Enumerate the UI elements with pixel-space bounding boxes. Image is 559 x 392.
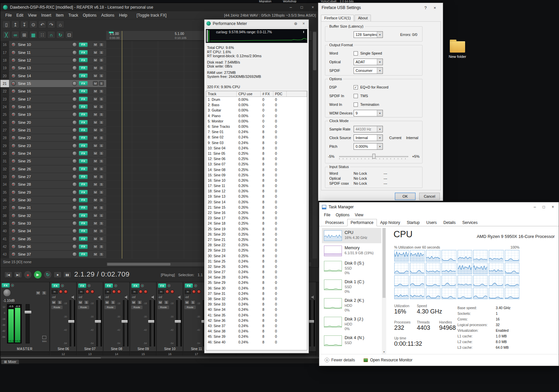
record-arm-button[interactable] [11,58,16,63]
redo-icon[interactable]: ↷ [47,21,55,28]
track-row[interactable]: 39Sine 33FXMS [0,220,106,227]
perf-table-row[interactable]: 12: Sine 060.25%80 [206,156,307,161]
perf-col-header[interactable]: PDC [273,91,287,97]
mute-button[interactable]: M [93,237,98,241]
record-arm-button[interactable] [11,174,16,179]
track-row[interactable]: 35Sine 29FXMS [0,189,106,196]
mixer-strip[interactable]: FXin-infMSRoute-18-30-42-54Sine 0915 [130,282,156,356]
power-icon[interactable] [141,284,144,287]
menu-view[interactable]: View [26,13,39,18]
record-arm-button[interactable] [11,198,16,202]
pan-knob[interactable] [72,190,77,195]
perf-table-row[interactable]: 14: Sine 080.25%80 [206,167,307,172]
track-row[interactable]: 23Sine 17FXMS [0,95,106,103]
mute-button[interactable]: M [93,213,98,218]
pan-knob[interactable] [72,221,77,226]
mute-button[interactable]: M [93,43,98,47]
track-fx-button[interactable]: FX [79,112,88,117]
volume-fader[interactable] [176,300,178,346]
fader-handle[interactable] [24,310,32,314]
strip-fx-button[interactable]: FX [105,284,113,288]
item-grouping-icon[interactable]: ▦ [29,31,37,39]
dsp-eq-checkbox[interactable]: ✓ [354,85,358,90]
performance-meter-titlebar[interactable]: Performance Meter ⊕ × [204,20,309,28]
solo-button[interactable]: S [99,151,104,155]
go-to-start-button[interactable]: |◀ [4,272,12,278]
desktop-icon-new-folder[interactable]: New folder [444,41,471,59]
send-knob[interactable] [91,290,94,294]
solo-button[interactable]: S [99,206,104,210]
perf-table-row[interactable]: 34: Sine 280.24%80 [206,275,307,280]
track-fx-button[interactable]: FX [79,190,88,194]
mute-button[interactable]: M [93,74,98,78]
mute-button[interactable]: M [78,300,83,304]
track-row[interactable]: 36Sine 30FXMS [0,196,106,204]
tab-about[interactable]: About [355,15,371,22]
track-row[interactable]: 43Sine 37FXMS [0,251,106,258]
track-row[interactable]: 20Sine 14FXMS [0,72,106,80]
snap-magnet-icon[interactable]: ∩ [47,31,55,39]
track-row[interactable]: 38Sine 32FXMS [0,212,106,220]
track-fx-button[interactable]: FX [79,182,88,187]
pan-knob[interactable] [72,229,77,233]
track-row[interactable]: 28Sine 22FXMS [0,134,106,142]
pan-knob[interactable] [72,213,77,218]
fader-handle[interactable] [174,320,181,323]
mute-button[interactable]: M [93,58,98,62]
record-arm-button[interactable] [11,213,16,218]
track-name[interactable]: Sine 32 [18,214,70,218]
record-arm-button[interactable] [11,182,16,187]
mute-button[interactable]: M [93,190,98,194]
mute-button[interactable]: M [93,229,98,233]
solo-button[interactable]: S [99,213,104,218]
power-icon[interactable] [167,284,170,287]
input-select[interactable]: in [132,290,138,294]
perf-table-row[interactable]: 27: Sine 210.25%80 [206,237,307,242]
track-name[interactable]: Sine 14 [18,74,70,78]
track-fx-button[interactable]: FX [79,104,88,109]
menu-track[interactable]: Track [66,13,81,18]
track-row[interactable]: 22Sine 16FXMS [0,88,106,95]
solo-button[interactable]: S [99,112,104,117]
record-arm-button[interactable] [11,104,16,109]
pan-knob[interactable] [72,81,77,86]
track-name[interactable]: Sine 12 [18,58,70,62]
pan-knob[interactable] [72,167,77,171]
record-arm-button[interactable] [11,89,16,94]
play-button[interactable]: ▶ [34,271,42,279]
pan-knob[interactable] [72,50,77,55]
perf-table-row[interactable]: 9: Sine 030.24%80 [206,140,307,145]
track-fx-button[interactable]: FX [79,81,88,86]
pan-knob[interactable] [72,182,77,187]
send-knob[interactable] [117,290,121,294]
track-row[interactable]: 18Sine 12FXMS [0,57,106,64]
sample-rate-select[interactable]: 44100 Hz ▼ [354,126,383,132]
scrollbar-thumb[interactable] [107,263,170,266]
pan-knob[interactable] [72,237,77,241]
arrange-vertical-scrollbar[interactable] [312,31,317,259]
spdif-format-select[interactable]: Consumer ▼ [354,67,383,74]
sidebar-item-cpu[interactable]: CPU16% 4.30 GHz [322,228,381,243]
power-icon[interactable] [61,284,64,287]
perf-table-row[interactable]: 20: Sine 140.26%80 [206,199,307,205]
menu-help[interactable]: Help [117,13,130,18]
solo-button[interactable]: S [99,50,104,55]
close-icon[interactable]: × [301,21,307,26]
pan-knob[interactable] [72,135,77,140]
track-name[interactable]: Sine 20 [18,120,70,124]
perf-table-row[interactable]: 5: Monitor0.00%00 [206,118,307,124]
track-name[interactable]: Sine 10 [18,43,70,47]
scrollbar-thumb[interactable] [383,228,386,298]
record-arm-button[interactable] [11,221,16,226]
track-fx-button[interactable]: FX [79,74,88,78]
track-row[interactable]: 41Sine 35FXMS [0,235,106,243]
track-fx-button[interactable]: FX [79,143,88,148]
transport-position[interactable]: 2.1.29 / 0:02.709 [74,270,130,278]
perf-table-row[interactable]: 7: Sine 010.24%80 [206,129,307,134]
scrollbar-thumb[interactable] [313,32,316,70]
record-arm-button[interactable] [11,252,16,257]
grid-snap-icon[interactable]: ⊞ [20,31,28,39]
perf-table-row[interactable]: 43: Sine 370.24%80 [206,323,307,328]
pan-knob[interactable] [72,198,77,202]
perf-table-row[interactable]: 46: Sine 400.24%80 [206,339,307,344]
